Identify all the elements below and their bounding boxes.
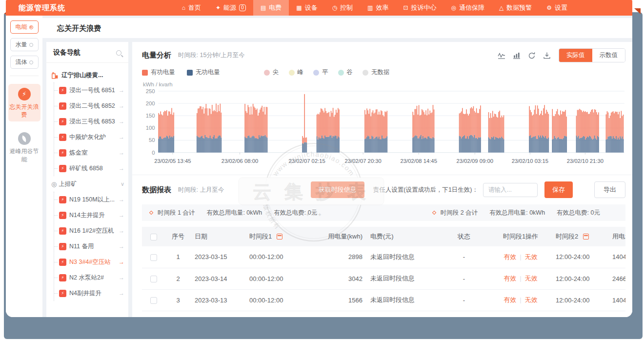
row-checkbox[interactable] [150, 254, 157, 261]
report-table: 序号日期时间段1 用电量(kwh)电费(元)状态时间段1操作时间段2 用电量(k… [142, 227, 625, 311]
save-button[interactable]: 保存 [544, 181, 573, 198]
tree-item[interactable]: ⚡ 浸出一号线 6851 → [54, 82, 124, 98]
efficiency-icon: ▥ [367, 5, 373, 11]
calendar-icon[interactable] [583, 234, 589, 240]
arrow-right-icon[interactable]: → [119, 118, 124, 125]
cell-actions: 有效|无效 [489, 268, 552, 289]
arrow-right-icon[interactable]: → [119, 196, 124, 203]
tree-item[interactable]: ⚡ N19 150M以上... → [54, 192, 124, 207]
tree-item[interactable]: ⚡ N16 1#2#空压机 → [54, 223, 124, 239]
legend-tariff[interactable]: 谷 [338, 68, 353, 77]
value-view-toggle: 实际值示数值 [559, 48, 625, 62]
tree-item-label: N4副井提升 [69, 289, 118, 298]
feature-item-bolt[interactable]: ⚡ 忘关开关浪费 [8, 84, 40, 121]
owner-input[interactable] [483, 183, 538, 197]
arrow-right-icon[interactable]: → [119, 274, 124, 281]
calendar-icon[interactable] [277, 234, 282, 240]
invalid-link[interactable]: 无效 [525, 275, 538, 282]
tree-item[interactable]: ⚡ 碎矿线 6858 → [54, 160, 124, 176]
nav-item-label: 控制 [340, 3, 353, 12]
summary-energy: 有效总用电量: 0kWh [206, 209, 262, 217]
bar-chart-icon[interactable] [513, 52, 521, 60]
arrow-right-icon[interactable]: → [119, 212, 124, 219]
nav-item-fee[interactable]: ▤ 电费 [253, 0, 289, 16]
tree-item[interactable]: ⚡ 中频炉灰化炉 → [54, 129, 124, 145]
tree-group-node[interactable]: ◎上排矿∨ [51, 176, 124, 192]
legend-tariff[interactable]: 峰 [289, 68, 304, 77]
download-icon[interactable] [543, 52, 551, 60]
tree-item[interactable]: ⚡ N4副井提升 → [54, 285, 124, 301]
arrow-right-icon[interactable]: → [119, 165, 124, 172]
tree-guide [54, 246, 58, 247]
arrow-right-icon[interactable]: → [119, 149, 124, 156]
arrow-right-icon[interactable]: → [119, 290, 124, 297]
nav-item-efficiency[interactable]: ▥ 效率 [360, 0, 396, 16]
nav-item-settings[interactable]: ⚙ 设置 [539, 0, 575, 16]
cell-date: 2023-03-14 [191, 268, 245, 289]
nav-item-alert[interactable]: △ 数据预警 [492, 0, 539, 16]
legend-tariff[interactable]: 尖 [264, 68, 279, 77]
table-header-1: 序号 [165, 227, 191, 246]
tree-item[interactable]: ⚡ N11 备用 → [54, 239, 124, 254]
cell-actions: 有效|无效 [489, 289, 552, 311]
mode-label: 流体 [16, 58, 27, 66]
arrow-right-icon[interactable]: → [119, 259, 124, 265]
select-all-checkbox[interactable] [150, 234, 157, 240]
tree-item[interactable]: ⚡ N3 3#4#空压站 → [54, 254, 124, 270]
chevron-down-icon: ∨ [121, 181, 124, 187]
frame-accent-right [634, 8, 641, 14]
refresh-icon[interactable] [528, 52, 536, 60]
nav-item-label: 投诉中心 [411, 3, 437, 12]
search-icon[interactable] [116, 50, 121, 56]
nav-item-complaint[interactable]: ⊡ 投诉中心 [396, 0, 443, 16]
chart-unit-label: kWh / kvarh [143, 81, 625, 87]
meter-icon: ⚡ [59, 102, 66, 110]
nav-item-control[interactable]: ◷ 控制 [325, 0, 360, 16]
arrow-right-icon[interactable]: → [119, 87, 124, 94]
mode-button-1[interactable]: 水量 [10, 38, 39, 51]
tree-item[interactable]: ⚡ 浸出三号线 6853 → [54, 114, 124, 129]
arrow-right-icon[interactable]: → [119, 102, 124, 109]
nav-item-label: 效率 [376, 3, 388, 12]
tree-item[interactable]: ⚡ N14主井提升 → [54, 207, 124, 223]
nav-item-device[interactable]: ▦ 设备 [289, 0, 324, 16]
export-button[interactable]: 导出 [594, 181, 625, 198]
leaf-icon [18, 132, 31, 145]
valid-link[interactable]: 有效 [503, 296, 516, 303]
diamond-icon [149, 211, 153, 215]
tree-guide [54, 200, 58, 200]
nav-item-communication[interactable]: ◎ 通信保障 [444, 0, 492, 16]
legend-tariff[interactable]: 无数据 [362, 68, 390, 77]
table-header-8: 时间段2 [552, 227, 608, 246]
line-chart-icon[interactable] [498, 52, 505, 60]
legend-series[interactable]: 无功电量 [187, 68, 220, 77]
invalid-link[interactable]: 无效 [525, 296, 538, 303]
valid-link[interactable]: 有效 [503, 275, 516, 282]
mode-button-0[interactable]: 电能 [10, 20, 39, 34]
fetch-period-button[interactable]: 获取时段信息 [311, 181, 364, 198]
row-checkbox[interactable] [150, 297, 157, 304]
tariff-legend: 尖 峰 平 谷 无数据 [264, 68, 400, 77]
tree-item[interactable]: ⚡ N2 水泵站2# → [54, 270, 124, 285]
svg-text:200: 200 [146, 100, 155, 106]
mode-button-2[interactable]: 流体 [10, 56, 39, 69]
row-checkbox[interactable] [150, 276, 157, 282]
tree-root-node[interactable]: 辽宁排山楼黄... [51, 68, 124, 82]
arrow-right-icon[interactable]: → [119, 243, 124, 250]
tree-item[interactable]: ⚡ 炼金室 → [54, 145, 124, 160]
cell-date: 2023-03-15 [191, 246, 245, 268]
nav-item-energy[interactable]: ✦ 能源 0 [208, 0, 253, 16]
valid-link[interactable]: 有效 [503, 253, 516, 260]
invalid-link[interactable]: 无效 [525, 253, 538, 260]
app-window: 能源管理系统 ⌂ 首页 ✦ 能源 0 ▤ 电费 ▦ 设备 ◷ 控制 ▥ 效率 ⊡… [6, 0, 632, 317]
toggle-actual-value[interactable]: 实际值 [559, 48, 593, 62]
toggle-reading-value[interactable]: 示数值 [592, 49, 625, 62]
arrow-right-icon[interactable]: → [119, 227, 124, 234]
summary-title: 时间段 1 合计 [158, 209, 195, 217]
legend-tariff[interactable]: 平 [313, 68, 328, 77]
feature-item-leaf[interactable]: 避峰用谷节能 [8, 128, 40, 166]
arrow-right-icon[interactable]: → [119, 134, 124, 140]
nav-item-home[interactable]: ⌂ 首页 [175, 0, 208, 16]
legend-series[interactable]: 有功电量 [142, 68, 175, 77]
tree-item[interactable]: ⚡ 浸出二号线 6852 → [54, 98, 124, 114]
